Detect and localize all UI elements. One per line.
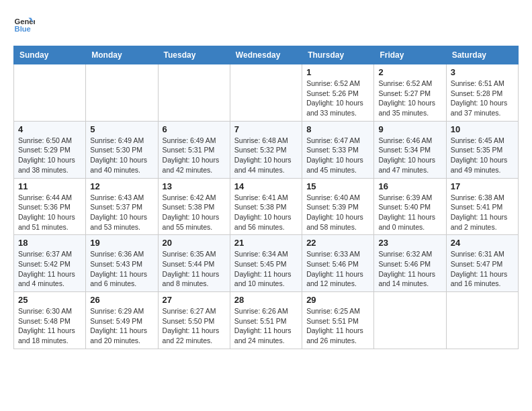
day-number: 1 <box>306 67 369 77</box>
calendar-cell: 27Sunrise: 6:27 AM Sunset: 5:50 PM Dayli… <box>158 292 230 349</box>
day-info: Sunrise: 6:39 AM Sunset: 5:40 PM Dayligh… <box>378 193 441 232</box>
calendar-cell <box>14 64 86 122</box>
day-number: 6 <box>163 124 226 134</box>
calendar-week-row: 4Sunrise: 6:50 AM Sunset: 5:29 PM Daylig… <box>14 121 519 178</box>
calendar-cell: 5Sunrise: 6:49 AM Sunset: 5:30 PM Daylig… <box>86 121 158 178</box>
day-info: Sunrise: 6:49 AM Sunset: 5:30 PM Dayligh… <box>90 136 153 175</box>
calendar-cell: 22Sunrise: 6:33 AM Sunset: 5:46 PM Dayli… <box>302 235 374 292</box>
day-number: 26 <box>90 295 153 305</box>
day-number: 25 <box>18 295 81 305</box>
day-header-sunday: Sunday <box>14 46 86 64</box>
calendar-cell: 29Sunrise: 6:25 AM Sunset: 5:51 PM Dayli… <box>302 292 374 349</box>
calendar-cell: 10Sunrise: 6:45 AM Sunset: 5:35 PM Dayli… <box>446 121 518 178</box>
calendar-cell: 9Sunrise: 6:46 AM Sunset: 5:34 PM Daylig… <box>374 121 446 178</box>
day-number: 23 <box>378 238 441 248</box>
day-number: 18 <box>18 238 81 248</box>
svg-text:General: General <box>15 17 35 26</box>
calendar-cell: 16Sunrise: 6:39 AM Sunset: 5:40 PM Dayli… <box>374 178 446 235</box>
day-info: Sunrise: 6:47 AM Sunset: 5:33 PM Dayligh… <box>306 136 369 175</box>
day-number: 28 <box>234 295 298 305</box>
day-info: Sunrise: 6:32 AM Sunset: 5:46 PM Dayligh… <box>378 249 441 289</box>
calendar-cell: 20Sunrise: 6:35 AM Sunset: 5:44 PM Dayli… <box>158 235 230 292</box>
calendar-cell: 12Sunrise: 6:43 AM Sunset: 5:37 PM Dayli… <box>86 178 158 235</box>
day-info: Sunrise: 6:31 AM Sunset: 5:47 PM Dayligh… <box>451 249 514 289</box>
day-info: Sunrise: 6:52 AM Sunset: 5:27 PM Dayligh… <box>378 79 441 118</box>
logo: General Blue <box>13 13 38 35</box>
calendar-cell: 1Sunrise: 6:52 AM Sunset: 5:26 PM Daylig… <box>302 64 374 122</box>
day-info: Sunrise: 6:48 AM Sunset: 5:32 PM Dayligh… <box>234 136 298 175</box>
day-number: 22 <box>306 238 369 248</box>
day-number: 16 <box>378 181 441 191</box>
calendar-cell: 7Sunrise: 6:48 AM Sunset: 5:32 PM Daylig… <box>230 121 302 178</box>
day-number: 8 <box>306 124 369 134</box>
day-info: Sunrise: 6:43 AM Sunset: 5:37 PM Dayligh… <box>90 193 153 232</box>
day-number: 3 <box>451 67 514 77</box>
day-info: Sunrise: 6:45 AM Sunset: 5:35 PM Dayligh… <box>451 136 514 175</box>
day-info: Sunrise: 6:38 AM Sunset: 5:41 PM Dayligh… <box>451 193 514 232</box>
day-info: Sunrise: 6:51 AM Sunset: 5:28 PM Dayligh… <box>451 79 514 118</box>
day-number: 9 <box>378 124 441 134</box>
calendar-cell <box>230 64 302 122</box>
day-info: Sunrise: 6:36 AM Sunset: 5:43 PM Dayligh… <box>90 249 153 289</box>
day-info: Sunrise: 6:49 AM Sunset: 5:31 PM Dayligh… <box>163 136 226 175</box>
calendar-week-row: 11Sunrise: 6:44 AM Sunset: 5:36 PM Dayli… <box>14 178 519 235</box>
day-number: 13 <box>163 181 226 191</box>
day-number: 12 <box>90 181 153 191</box>
calendar-cell: 18Sunrise: 6:37 AM Sunset: 5:42 PM Dayli… <box>14 235 86 292</box>
calendar-cell: 19Sunrise: 6:36 AM Sunset: 5:43 PM Dayli… <box>86 235 158 292</box>
day-info: Sunrise: 6:37 AM Sunset: 5:42 PM Dayligh… <box>18 249 81 289</box>
day-info: Sunrise: 6:44 AM Sunset: 5:36 PM Dayligh… <box>18 193 81 232</box>
day-info: Sunrise: 6:34 AM Sunset: 5:45 PM Dayligh… <box>234 249 298 289</box>
day-number: 5 <box>90 124 153 134</box>
calendar-cell: 15Sunrise: 6:40 AM Sunset: 5:39 PM Dayli… <box>302 178 374 235</box>
day-number: 20 <box>163 238 226 248</box>
calendar-header-row: SundayMondayTuesdayWednesdayThursdayFrid… <box>14 46 519 64</box>
day-number: 15 <box>306 181 369 191</box>
calendar-cell: 3Sunrise: 6:51 AM Sunset: 5:28 PM Daylig… <box>446 64 518 122</box>
calendar-cell <box>158 64 230 122</box>
day-header-friday: Friday <box>374 46 446 64</box>
day-header-monday: Monday <box>86 46 158 64</box>
calendar-cell: 13Sunrise: 6:42 AM Sunset: 5:38 PM Dayli… <box>158 178 230 235</box>
svg-text:Blue: Blue <box>15 25 31 33</box>
day-number: 11 <box>18 181 81 191</box>
day-number: 2 <box>378 67 441 77</box>
day-number: 4 <box>18 124 81 134</box>
calendar-table: SundayMondayTuesdayWednesdayThursdayFrid… <box>13 46 519 349</box>
logo-icon: General Blue <box>13 13 35 35</box>
day-info: Sunrise: 6:25 AM Sunset: 5:51 PM Dayligh… <box>306 306 369 346</box>
calendar-cell: 24Sunrise: 6:31 AM Sunset: 5:47 PM Dayli… <box>446 235 518 292</box>
calendar-cell: 21Sunrise: 6:34 AM Sunset: 5:45 PM Dayli… <box>230 235 302 292</box>
day-info: Sunrise: 6:50 AM Sunset: 5:29 PM Dayligh… <box>18 136 81 175</box>
day-info: Sunrise: 6:40 AM Sunset: 5:39 PM Dayligh… <box>306 193 369 232</box>
day-info: Sunrise: 6:26 AM Sunset: 5:51 PM Dayligh… <box>234 306 298 346</box>
calendar-cell: 25Sunrise: 6:30 AM Sunset: 5:48 PM Dayli… <box>14 292 86 349</box>
calendar-week-row: 1Sunrise: 6:52 AM Sunset: 5:26 PM Daylig… <box>14 64 519 122</box>
day-info: Sunrise: 6:46 AM Sunset: 5:34 PM Dayligh… <box>378 136 441 175</box>
calendar-cell <box>374 292 446 349</box>
calendar-cell: 14Sunrise: 6:41 AM Sunset: 5:38 PM Dayli… <box>230 178 302 235</box>
day-header-tuesday: Tuesday <box>158 46 230 64</box>
page-header: General Blue <box>13 13 519 35</box>
day-number: 7 <box>234 124 298 134</box>
day-info: Sunrise: 6:27 AM Sunset: 5:50 PM Dayligh… <box>163 306 226 346</box>
day-number: 29 <box>306 295 369 305</box>
calendar-cell: 4Sunrise: 6:50 AM Sunset: 5:29 PM Daylig… <box>14 121 86 178</box>
calendar-cell: 11Sunrise: 6:44 AM Sunset: 5:36 PM Dayli… <box>14 178 86 235</box>
day-info: Sunrise: 6:52 AM Sunset: 5:26 PM Dayligh… <box>306 79 369 118</box>
day-number: 14 <box>234 181 298 191</box>
calendar-cell: 6Sunrise: 6:49 AM Sunset: 5:31 PM Daylig… <box>158 121 230 178</box>
day-info: Sunrise: 6:33 AM Sunset: 5:46 PM Dayligh… <box>306 249 369 289</box>
day-header-saturday: Saturday <box>446 46 518 64</box>
day-number: 27 <box>163 295 226 305</box>
calendar-week-row: 25Sunrise: 6:30 AM Sunset: 5:48 PM Dayli… <box>14 292 519 349</box>
day-info: Sunrise: 6:42 AM Sunset: 5:38 PM Dayligh… <box>163 193 226 232</box>
day-number: 24 <box>451 238 514 248</box>
calendar-week-row: 18Sunrise: 6:37 AM Sunset: 5:42 PM Dayli… <box>14 235 519 292</box>
day-info: Sunrise: 6:30 AM Sunset: 5:48 PM Dayligh… <box>18 306 81 346</box>
day-info: Sunrise: 6:29 AM Sunset: 5:49 PM Dayligh… <box>90 306 153 346</box>
day-number: 17 <box>451 181 514 191</box>
calendar-cell: 26Sunrise: 6:29 AM Sunset: 5:49 PM Dayli… <box>86 292 158 349</box>
day-number: 19 <box>90 238 153 248</box>
calendar-cell <box>446 292 518 349</box>
